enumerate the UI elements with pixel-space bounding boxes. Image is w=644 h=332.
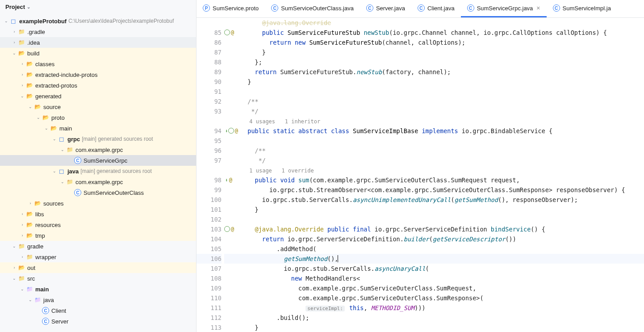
tree-item[interactable]: ›libs (0, 209, 196, 219)
annotation-icon[interactable]: @ (230, 224, 234, 234)
tree-item[interactable]: ⌄java[main] generated sources root (0, 166, 196, 177)
chevron-down-icon[interactable]: ⌄ (28, 297, 33, 303)
editor-tab[interactable]: SumServiceImpl.ja (547, 0, 617, 17)
annotation-icon[interactable]: @ (230, 28, 234, 38)
line-number[interactable]: 98 (203, 175, 222, 185)
chevron-down-icon[interactable]: ⌄ (4, 18, 9, 24)
chevron-down-icon[interactable]: ⌄ (60, 147, 65, 152)
annotation-icon[interactable]: @ (228, 175, 232, 185)
usage-hint[interactable]: 1 usage 1 override (240, 165, 644, 175)
line-number[interactable]: 100 (203, 195, 222, 205)
tree-item[interactable]: CServer (0, 316, 196, 327)
code-line[interactable]: /** (240, 97, 644, 106)
editor-tab[interactable]: Server.java (360, 0, 411, 17)
tree-item[interactable]: ⌄com.example.grpc (0, 144, 196, 155)
tree-item[interactable]: CClient (0, 305, 196, 316)
code-line[interactable]: com.example.grpc.SumServiceOuterClass.Su… (240, 283, 644, 293)
line-number[interactable]: 106 (203, 254, 222, 264)
line-number[interactable]: 91 (203, 87, 222, 97)
code-line[interactable]: */ (240, 106, 644, 116)
tree-item[interactable]: ›out (0, 262, 196, 273)
code-line[interactable]: } (240, 47, 644, 57)
tree-root[interactable]: ⌄ exampleProtobuf C:\Users\alex\IdeaProj… (0, 16, 196, 26)
code-content[interactable]: @java.lang.Override public SumServiceFut… (240, 18, 644, 332)
chevron-right-icon[interactable]: › (20, 211, 25, 217)
code-line[interactable]: public SumServiceFutureStub newStub(io.g… (240, 28, 644, 38)
line-number[interactable]: 111 (203, 303, 222, 313)
tree-item[interactable]: ›resources (0, 219, 196, 230)
project-tree[interactable]: ⌄ exampleProtobuf C:\Users\alex\IdeaProj… (0, 14, 196, 332)
code-line[interactable]: .addMethod( (240, 244, 644, 254)
code-line[interactable]: return SumServiceFutureStub.newStub(fact… (240, 67, 644, 77)
line-number[interactable]: 103 (203, 224, 222, 234)
chevron-down-icon[interactable]: ⌄ (12, 244, 17, 249)
editor-tab[interactable]: SumService.proto (197, 0, 265, 17)
impl-icon[interactable] (228, 128, 234, 134)
code-line[interactable]: @java.lang.Override public final io.grpc… (240, 224, 644, 234)
code-line[interactable]: io.grpc.stub.ServerCalls.asyncUnimplemen… (240, 195, 644, 205)
chevron-down-icon[interactable]: ⌄ (60, 179, 65, 185)
tree-item[interactable]: ›classes (0, 59, 196, 69)
chevron-right-icon[interactable]: › (12, 29, 17, 34)
code-line[interactable]: .build(); (240, 313, 644, 323)
chevron-down-icon[interactable]: ⌄ (28, 104, 33, 109)
line-number[interactable]: 86 (203, 38, 222, 47)
chevron-down-icon[interactable]: ⌄ (44, 126, 49, 131)
chevron-down-icon[interactable]: ⌄ (52, 168, 57, 174)
usage-hint[interactable]: 4 usages 1 inheritor (240, 116, 644, 126)
chevron-down-icon[interactable]: ⌄ (20, 286, 25, 292)
chevron-right-icon[interactable]: › (20, 72, 25, 77)
override-down-icon[interactable]: ⬇ (224, 176, 228, 185)
chevron-right-icon[interactable]: › (20, 83, 25, 88)
line-number[interactable]: 94 (203, 126, 222, 136)
tree-item[interactable]: CSumServiceGrpc (0, 155, 196, 166)
chevron-right-icon[interactable]: › (28, 201, 33, 206)
line-number[interactable]: 113 (203, 323, 222, 332)
chevron-down-icon[interactable]: ⌄ (52, 136, 57, 142)
project-tool-header[interactable]: Project ⌄ (0, 0, 196, 14)
tree-item[interactable]: ⌄src (0, 273, 196, 284)
code-line[interactable]: } (240, 205, 644, 214)
code-line[interactable]: io.grpc.stub.StreamObserver<com.example.… (240, 185, 644, 195)
code-editor[interactable]: 8485868788899091929394959697989910010110… (197, 18, 644, 332)
tree-item[interactable]: ⌄main (0, 123, 196, 134)
line-number[interactable]: 107 (203, 264, 222, 273)
code-line[interactable] (240, 136, 644, 146)
line-number[interactable]: 109 (203, 283, 222, 293)
chevron-right-icon[interactable]: › (20, 222, 25, 227)
line-number[interactable]: 90 (203, 77, 222, 87)
code-line[interactable]: new MethodHandlers< (240, 273, 644, 283)
tree-item[interactable]: ⌄gradle (0, 241, 196, 252)
line-number[interactable]: 89 (203, 67, 222, 77)
code-line[interactable]: } (240, 323, 644, 332)
line-number[interactable]: 92 (203, 97, 222, 106)
editor-tab[interactable]: Client.java (411, 0, 461, 17)
line-gutter[interactable]: 8485868788899091929394959697989910010110… (203, 18, 224, 332)
chevron-right-icon[interactable]: › (12, 40, 17, 45)
line-number[interactable]: 93 (203, 106, 222, 116)
code-line[interactable]: com.example.grpc.SumServiceOuterClass.Su… (240, 293, 644, 303)
tree-item[interactable]: ›.idea (0, 37, 196, 48)
line-number[interactable]: 104 (203, 234, 222, 244)
code-line[interactable]: return new SumServiceFutureStub(channel,… (240, 38, 644, 47)
line-number[interactable]: 102 (203, 214, 222, 224)
tree-item[interactable]: ›wrapper (0, 252, 196, 262)
line-number[interactable]: 97 (203, 155, 222, 165)
line-number[interactable]: 99 (203, 185, 222, 195)
chevron-right-icon[interactable]: › (20, 61, 25, 67)
override-up-icon[interactable] (224, 29, 230, 35)
tree-item[interactable]: ⌄generated (0, 91, 196, 101)
line-number[interactable]: 110 (203, 293, 222, 303)
tree-item[interactable]: ›extracted-protos (0, 80, 196, 91)
line-number[interactable]: 88 (203, 57, 222, 67)
tree-item[interactable]: ⌄proto (0, 112, 196, 123)
chevron-right-icon[interactable]: › (20, 233, 25, 238)
code-line[interactable] (240, 214, 644, 224)
chevron-down-icon[interactable]: ⌄ (12, 50, 17, 56)
code-line[interactable]: public void sum(com.example.grpc.SumServ… (240, 175, 644, 185)
chevron-down-icon[interactable]: ⌄ (12, 276, 17, 281)
tree-item[interactable]: ⌄build (0, 48, 196, 59)
code-line[interactable]: return io.grpc.ServerServiceDefinition.b… (240, 234, 644, 244)
tree-item[interactable]: ⌄java (0, 294, 196, 305)
code-line[interactable]: serviceImpl: this, METHODID_SUM))) (240, 303, 644, 313)
